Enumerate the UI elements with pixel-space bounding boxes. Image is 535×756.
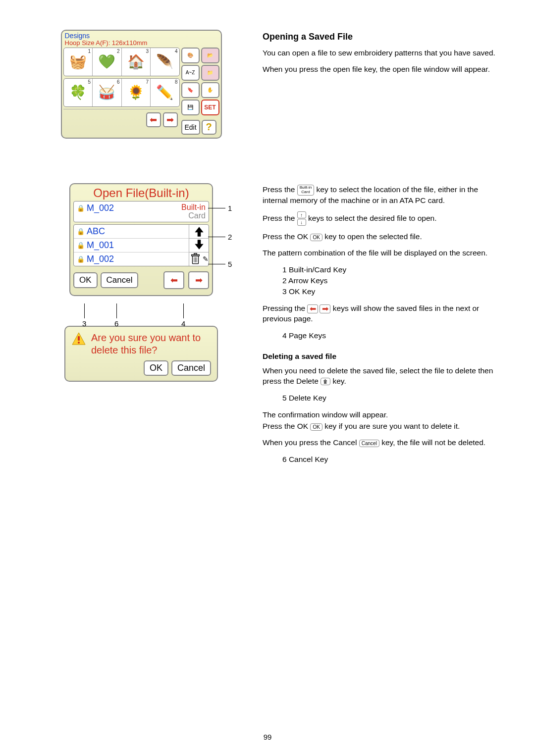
key-list: 1 Built-in/Card Key 2 Arrow Keys 3 OK Ke… [282, 264, 495, 297]
para: When you press the open file key, the op… [263, 64, 495, 75]
svg-rect-6 [78, 336, 80, 341]
para: When you press the Cancel Cancel key, th… [263, 438, 495, 448]
palette-icon: 🎨 [187, 52, 193, 58]
lock-icon: 🔒 [77, 255, 85, 263]
arrow-up-button[interactable] [189, 225, 209, 239]
key-list: 5 Delete Key [282, 393, 495, 403]
basket-icon: 🧺 [69, 55, 87, 69]
tag-button[interactable]: 🔖 [181, 82, 200, 98]
lock-icon: 🔒 [77, 228, 85, 235]
flower-icon: 🌻 [127, 86, 145, 100]
help-button[interactable]: ? [202, 120, 216, 135]
para: Press the Built-inCard key to select the… [263, 185, 495, 206]
page-next-button[interactable]: ➡ [188, 271, 209, 289]
page-prev-button[interactable]: ⬅ [146, 112, 161, 127]
hand-button[interactable]: ✋ [201, 82, 219, 98]
cancel-button[interactable]: Cancel [101, 272, 139, 288]
selected-file-row: 🔒M_002 Built-in Card [73, 201, 209, 222]
delete-button[interactable]: ✎ [189, 252, 209, 266]
arrow-down-button[interactable] [189, 239, 209, 252]
left-column: Designs Hoop Size A(F): 126x110mm 1🧺 2💚 … [50, 30, 233, 472]
folder-icon: 📁 [207, 70, 213, 75]
para: When you need to delete the saved file, … [263, 366, 495, 387]
para: The confirmation window will appear. [263, 410, 495, 420]
design-cell[interactable]: 8✏️ [151, 79, 179, 106]
ok-button[interactable]: OK [73, 272, 98, 288]
file-list: 🔒ABC 🔒M_001 🔒M_002 [73, 224, 209, 266]
page-next-button[interactable]: ➡ [163, 112, 178, 127]
builtin-card-toggle[interactable]: Built-in Card [181, 203, 206, 220]
file-item[interactable]: 🔒M_001 [74, 239, 189, 252]
designs-panel: Designs Hoop Size A(F): 126x110mm 1🧺 2💚 … [61, 30, 222, 139]
page-keys-icon: ⬅ ➡ [307, 304, 330, 313]
design-cell[interactable]: 1🧺 [64, 48, 93, 76]
confirm-ok-button[interactable]: OK [144, 360, 168, 376]
lock-icon: 🔒 [77, 242, 85, 249]
para: You can open a file to sew embroidery pa… [263, 48, 495, 58]
callout-1: 1 [228, 204, 232, 212]
design-cell[interactable]: 2💚 [93, 48, 122, 76]
hoop-size: Hoop Size A(F): 126x110mm [65, 40, 148, 47]
callout-5: 5 [228, 260, 232, 268]
delete-key-icon: 🗑 [321, 378, 330, 385]
open-file-title: Open File(Built-in) [70, 184, 212, 201]
feather-icon: 🪶 [156, 55, 173, 69]
para: The pattern combination of the file will… [263, 248, 495, 258]
cancel-key-icon: Cancel [359, 440, 379, 447]
ok-key-icon: OK [310, 234, 322, 241]
para: Press the OK OK key if you are sure you … [263, 421, 495, 432]
confirm-dialog: Are you sure you want to delete this fil… [64, 326, 218, 382]
design-cell[interactable]: 7🌻 [122, 79, 151, 106]
para: Press the OK OK key to open the selected… [263, 232, 495, 242]
para: Pressing the ⬅ ➡ keys will show the save… [263, 303, 495, 324]
confirm-cancel-button[interactable]: Cancel [171, 360, 211, 376]
designs-grid: 1🧺 2💚 3🏠 4🪶 5🍀 6🥁 7🌻 8✏️ ⬅ ➡ [62, 48, 181, 138]
file-item[interactable]: 🔒M_002 [74, 252, 189, 266]
right-rail: 🎨 📂 A~Z 📁 🔖 ✋ 💾 SET [181, 48, 221, 138]
design-cell[interactable]: 3🏠 [122, 48, 151, 76]
hand-icon: ✋ [207, 87, 213, 93]
right-column: Opening a Saved File You can open a file… [263, 30, 495, 472]
key-list: 6 Cancel Key [282, 454, 495, 465]
arrow-left-icon: ⬅ [150, 114, 157, 125]
clover-icon: 🍀 [69, 86, 87, 100]
edit-button[interactable]: Edit [181, 120, 200, 135]
page-prev-button[interactable]: ⬅ [163, 271, 184, 289]
builtin-card-key-icon: Built-inCard [297, 185, 314, 196]
card-button[interactable]: 💾 [181, 100, 200, 115]
heart-icon: 💚 [98, 55, 115, 69]
house-icon: 🏠 [127, 55, 145, 69]
designs-title: Designs [65, 32, 148, 40]
arrow-left-icon: ⬅ [170, 275, 178, 286]
designs-title-block: Designs Hoop Size A(F): 126x110mm [65, 32, 148, 47]
open-file-button[interactable]: 📂 [201, 48, 219, 63]
para: Press the ↑↓ keys to select the desired … [263, 211, 495, 226]
pencil-icon: ✏️ [156, 86, 173, 100]
warning-icon [71, 332, 86, 347]
open-file-panel: Open File(Built-in) 🔒M_002 Built-in Card… [69, 183, 213, 296]
callout-6: 6 [114, 319, 118, 328]
trash-icon [189, 252, 202, 265]
arrow-up-icon [193, 225, 206, 238]
file-item[interactable]: 🔒ABC [74, 225, 189, 239]
set-button[interactable]: SET [201, 100, 219, 115]
svg-rect-2 [194, 253, 197, 255]
page-number: 99 [0, 733, 535, 741]
lock-icon: 🔒 [77, 204, 85, 212]
card-icon: 💾 [187, 104, 193, 110]
sub-heading: Deleting a saved file [263, 352, 495, 361]
key-list: 4 Page Keys [282, 330, 495, 341]
design-cell[interactable]: 5🍀 [64, 79, 93, 106]
save-file-button[interactable]: 📁 [201, 65, 219, 81]
arrow-down-icon [193, 239, 206, 252]
az-button[interactable]: A~Z [181, 65, 200, 81]
callout-2: 2 [228, 233, 232, 241]
design-cell[interactable]: 4🪶 [151, 48, 179, 76]
edit-pencil-icon: ✎ [203, 255, 209, 263]
svg-point-7 [78, 342, 80, 344]
arrow-right-icon: ➡ [195, 275, 203, 286]
ok-key-icon: OK [310, 423, 322, 431]
color-button[interactable]: 🎨 [181, 48, 200, 63]
design-cell[interactable]: 6🥁 [93, 79, 122, 106]
callout-3: 3 [82, 319, 86, 328]
